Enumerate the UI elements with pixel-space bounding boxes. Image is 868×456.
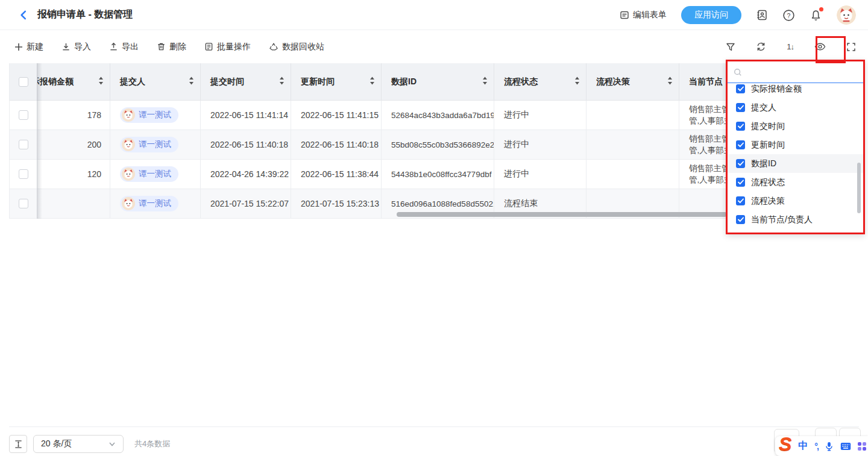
toolbar-view-controls: 1↓ [726, 30, 856, 63]
column-header-data-id[interactable]: 数据ID [382, 63, 494, 100]
row-checkbox[interactable] [19, 110, 28, 120]
page-size-value: 20 条/页 [41, 439, 72, 449]
column-label: 当前节点 [689, 77, 723, 87]
row-height-button[interactable] [9, 435, 27, 453]
delete-button[interactable]: 删除 [157, 42, 186, 52]
ime-mic-button[interactable] [825, 442, 834, 451]
chevron-left-icon [18, 10, 29, 20]
import-button[interactable]: 导入 [61, 42, 91, 52]
new-button[interactable]: 新建 [14, 42, 43, 52]
submitter-pill[interactable]: 谭一测试 [120, 166, 178, 182]
column-option[interactable]: 提交人 [728, 98, 863, 117]
column-option[interactable]: 流程决策 [728, 192, 863, 210]
update-time-cell: 2022-06-15 11:38:44 [291, 160, 382, 189]
column-label: 数据ID [391, 77, 417, 87]
column-list: 实际报销金额 提交人 提交时间 更新时间 数据ID 流程状态 流程决策 当前节 [728, 80, 863, 229]
keyboard-icon [840, 442, 851, 451]
row-select-cell [10, 160, 37, 189]
sort-icon[interactable] [98, 77, 104, 87]
submitter-name: 谭一测试 [139, 198, 171, 209]
sogou-logo-icon[interactable]: S [779, 436, 791, 452]
submitter-pill[interactable]: 谭一测试 [120, 107, 178, 123]
total-count-text: 共4条数据 [134, 439, 170, 449]
ime-apps-grid-icon[interactable] [858, 442, 866, 451]
column-header-flow-decision[interactable]: 流程决策 [587, 63, 679, 100]
eye-icon [814, 42, 826, 51]
notifications-button[interactable] [810, 9, 822, 22]
ime-keyboard-button[interactable] [840, 442, 851, 451]
submit-time-cell: 2022-06-15 11:40:18 [201, 130, 291, 159]
sort-icon[interactable] [279, 77, 285, 87]
help-button[interactable]: ? [782, 9, 795, 22]
filter-button[interactable] [726, 42, 735, 52]
column-header-amount[interactable]: 实际报销金额 [37, 63, 110, 100]
sort-icon[interactable] [189, 77, 194, 87]
sort-order-button[interactable]: 1↓ [787, 42, 794, 51]
back-button[interactable] [18, 10, 29, 20]
ime-punctuation-toggle[interactable]: °, [814, 442, 818, 451]
cat-avatar-icon [122, 167, 135, 181]
panel-scrollbar[interactable] [857, 163, 861, 213]
recycle-icon [269, 42, 278, 52]
checkbox-checked-icon[interactable] [736, 196, 745, 205]
sort-icon[interactable] [482, 77, 488, 87]
column-header-flow-status[interactable]: 流程状态 [494, 63, 587, 100]
submit-time-cell: 2022-04-26 14:39:22 [201, 160, 291, 189]
ime-language-toggle[interactable]: 中 [798, 440, 808, 452]
amount-cell [37, 189, 110, 218]
select-all-checkbox[interactable] [19, 77, 28, 87]
panel-search [728, 61, 863, 83]
user-avatar[interactable] [837, 5, 856, 25]
topbar-actions: 编辑表单 应用访问 ? [620, 0, 856, 30]
submitter-name: 谭一测试 [139, 169, 171, 180]
column-header-submit-time[interactable]: 提交时间 [201, 63, 291, 100]
row-checkbox[interactable] [19, 140, 28, 149]
import-icon [61, 42, 71, 51]
flow-decision-cell [587, 101, 679, 130]
column-visibility-button[interactable] [814, 42, 826, 51]
grid-square [863, 442, 866, 446]
sort-icon[interactable] [574, 77, 580, 87]
recycle-bin-label: 数据回收站 [282, 42, 324, 52]
checkbox-checked-icon[interactable] [736, 103, 745, 112]
column-option[interactable]: 更新时间 [728, 136, 863, 154]
column-option[interactable]: 提交时间 [728, 117, 863, 136]
top-bar: 报销申请单 - 数据管理 编辑表单 应用访问 ? [0, 0, 868, 30]
app-access-button[interactable]: 应用访问 [681, 6, 741, 24]
column-option[interactable]: 当前节点/负责人 [728, 210, 863, 229]
column-label: 提交人 [120, 77, 145, 87]
page-size-select[interactable]: 20 条/页 [33, 435, 124, 453]
amount-cell: 120 [37, 160, 110, 189]
flow-status-cell: 进行中 [494, 101, 587, 130]
submitter-cell: 谭一测试 [110, 130, 201, 159]
trash-icon [157, 42, 166, 51]
submitter-pill[interactable]: 谭一测试 [120, 196, 178, 211]
column-search-input[interactable] [747, 67, 857, 77]
checkbox-checked-icon[interactable] [736, 215, 745, 224]
row-checkbox[interactable] [19, 199, 28, 208]
column-option[interactable]: 数据ID [728, 154, 863, 173]
column-visibility-panel: 实际报销金额 提交人 提交时间 更新时间 数据ID 流程状态 流程决策 当前节 [726, 60, 865, 234]
row-checkbox[interactable] [19, 169, 28, 179]
checkbox-checked-icon[interactable] [736, 140, 745, 149]
checkbox-checked-icon[interactable] [736, 178, 745, 187]
batch-operations-button[interactable]: 批量操作 [204, 42, 251, 52]
horizontal-scrollbar[interactable] [397, 212, 727, 217]
column-header-update-time[interactable]: 更新时间 [291, 63, 382, 100]
checkbox-checked-icon[interactable] [736, 159, 745, 168]
sort-icon[interactable] [667, 77, 673, 87]
column-option[interactable]: 流程状态 [728, 173, 863, 192]
checkbox-checked-icon[interactable] [736, 122, 745, 131]
column-header-submitter[interactable]: 提交人 [110, 63, 201, 100]
edit-form-button[interactable]: 编辑表单 [620, 10, 667, 20]
export-button[interactable]: 导出 [109, 42, 139, 52]
export-label: 导出 [122, 42, 139, 52]
checkbox-checked-icon[interactable] [736, 84, 745, 93]
recycle-bin-button[interactable]: 数据回收站 [269, 42, 324, 52]
column-option-label: 当前节点/负责人 [751, 214, 813, 225]
fullscreen-button[interactable] [846, 42, 856, 52]
refresh-button[interactable] [756, 42, 766, 52]
sort-icon[interactable] [370, 77, 375, 87]
contacts-button[interactable] [756, 9, 768, 21]
submitter-pill[interactable]: 谭一测试 [120, 137, 178, 152]
